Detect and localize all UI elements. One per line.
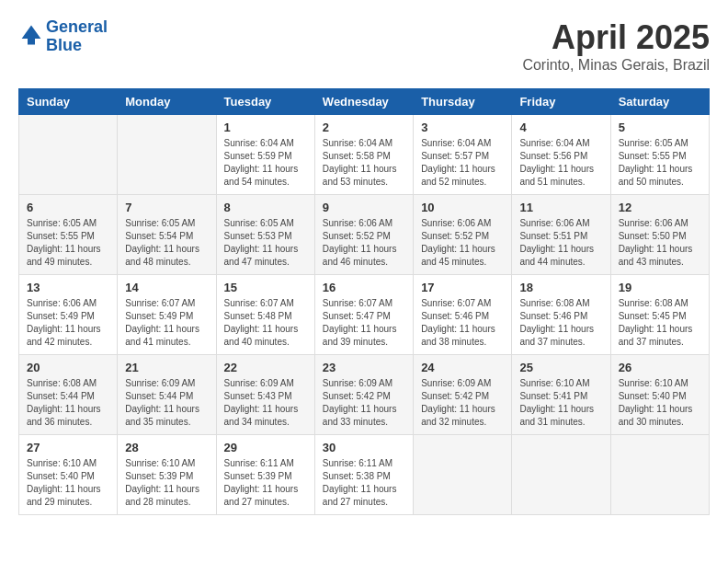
day-number: 8 — [224, 201, 307, 214]
calendar-week-row: 13Sunrise: 6:06 AMSunset: 5:49 PMDayligh… — [19, 275, 710, 355]
day-detail: Sunrise: 6:08 AMSunset: 5:44 PMDaylight:… — [27, 377, 109, 429]
day-detail: Sunrise: 6:04 AMSunset: 5:58 PMDaylight:… — [323, 137, 405, 189]
day-detail: Sunrise: 6:06 AMSunset: 5:49 PMDaylight:… — [27, 297, 109, 349]
title-section: April 2025 Corinto, Minas Gerais, Brazil — [522, 18, 710, 74]
calendar-week-row: 20Sunrise: 6:08 AMSunset: 5:44 PMDayligh… — [19, 355, 710, 435]
calendar-cell: 18Sunrise: 6:08 AMSunset: 5:46 PMDayligh… — [512, 275, 610, 355]
calendar-week-row: 1Sunrise: 6:04 AMSunset: 5:59 PMDaylight… — [19, 115, 710, 195]
calendar-cell: 2Sunrise: 6:04 AMSunset: 5:58 PMDaylight… — [314, 115, 413, 195]
day-detail: Sunrise: 6:07 AMSunset: 5:46 PMDaylight:… — [421, 297, 504, 349]
calendar-cell: 27Sunrise: 6:10 AMSunset: 5:40 PMDayligh… — [19, 435, 118, 515]
day-number: 4 — [519, 121, 602, 134]
calendar-header-row: SundayMondayTuesdayWednesdayThursdayFrid… — [19, 89, 710, 115]
calendar-cell: 8Sunrise: 6:05 AMSunset: 5:53 PMDaylight… — [216, 195, 314, 275]
day-detail: Sunrise: 6:06 AMSunset: 5:52 PMDaylight:… — [323, 217, 405, 269]
day-number: 29 — [224, 441, 307, 454]
logo-icon — [20, 24, 42, 46]
day-detail: Sunrise: 6:06 AMSunset: 5:50 PMDaylight:… — [619, 217, 701, 269]
day-detail: Sunrise: 6:08 AMSunset: 5:45 PMDaylight:… — [619, 297, 701, 349]
calendar-cell: 23Sunrise: 6:09 AMSunset: 5:42 PMDayligh… — [314, 355, 413, 435]
month-title: April 2025 — [522, 18, 710, 57]
day-number: 30 — [323, 441, 405, 454]
calendar-cell — [19, 115, 118, 195]
day-detail: Sunrise: 6:10 AMSunset: 5:39 PMDaylight:… — [125, 457, 208, 509]
day-number: 1 — [224, 121, 307, 134]
day-number: 11 — [519, 201, 602, 214]
calendar-cell — [512, 435, 610, 515]
day-number: 10 — [421, 201, 504, 214]
day-detail: Sunrise: 6:07 AMSunset: 5:47 PMDaylight:… — [323, 297, 405, 349]
calendar-cell: 14Sunrise: 6:07 AMSunset: 5:49 PMDayligh… — [118, 275, 216, 355]
day-number: 16 — [323, 281, 405, 294]
calendar-cell: 24Sunrise: 6:09 AMSunset: 5:42 PMDayligh… — [414, 355, 512, 435]
calendar-cell: 3Sunrise: 6:04 AMSunset: 5:57 PMDaylight… — [414, 115, 512, 195]
calendar-cell — [414, 435, 512, 515]
calendar-cell: 9Sunrise: 6:06 AMSunset: 5:52 PMDaylight… — [314, 195, 413, 275]
svg-marker-0 — [22, 25, 41, 44]
day-number: 18 — [519, 281, 602, 294]
calendar-cell: 7Sunrise: 6:05 AMSunset: 5:54 PMDaylight… — [118, 195, 216, 275]
calendar-cell: 12Sunrise: 6:06 AMSunset: 5:50 PMDayligh… — [610, 195, 709, 275]
day-number: 17 — [421, 281, 504, 294]
day-number: 13 — [27, 281, 109, 294]
day-number: 26 — [619, 361, 701, 374]
calendar-week-row: 6Sunrise: 6:05 AMSunset: 5:55 PMDaylight… — [19, 195, 710, 275]
day-detail: Sunrise: 6:11 AMSunset: 5:39 PMDaylight:… — [224, 457, 307, 509]
day-number: 20 — [27, 361, 109, 374]
logo-line2: Blue — [46, 36, 82, 54]
calendar-cell: 11Sunrise: 6:06 AMSunset: 5:51 PMDayligh… — [512, 195, 610, 275]
logo-line1: General — [46, 17, 108, 36]
col-header-monday: Monday — [118, 89, 216, 115]
day-detail: Sunrise: 6:10 AMSunset: 5:40 PMDaylight:… — [27, 457, 109, 509]
logo: General Blue — [18, 18, 108, 55]
calendar-cell: 15Sunrise: 6:07 AMSunset: 5:48 PMDayligh… — [216, 275, 314, 355]
calendar-cell: 10Sunrise: 6:06 AMSunset: 5:52 PMDayligh… — [414, 195, 512, 275]
day-detail: Sunrise: 6:04 AMSunset: 5:56 PMDaylight:… — [519, 137, 602, 189]
day-detail: Sunrise: 6:09 AMSunset: 5:42 PMDaylight:… — [421, 377, 504, 429]
calendar-cell: 21Sunrise: 6:09 AMSunset: 5:44 PMDayligh… — [118, 355, 216, 435]
day-detail: Sunrise: 6:09 AMSunset: 5:42 PMDaylight:… — [323, 377, 405, 429]
calendar-cell: 16Sunrise: 6:07 AMSunset: 5:47 PMDayligh… — [314, 275, 413, 355]
calendar-cell: 6Sunrise: 6:05 AMSunset: 5:55 PMDaylight… — [19, 195, 118, 275]
day-number: 27 — [27, 441, 109, 454]
col-header-friday: Friday — [512, 89, 610, 115]
calendar-cell: 13Sunrise: 6:06 AMSunset: 5:49 PMDayligh… — [19, 275, 118, 355]
day-number: 15 — [224, 281, 307, 294]
page-header: General Blue April 2025 Corinto, Minas G… — [18, 18, 710, 74]
day-detail: Sunrise: 6:10 AMSunset: 5:41 PMDaylight:… — [519, 377, 602, 429]
day-detail: Sunrise: 6:10 AMSunset: 5:40 PMDaylight:… — [619, 377, 701, 429]
day-detail: Sunrise: 6:09 AMSunset: 5:43 PMDaylight:… — [224, 377, 307, 429]
calendar-cell: 26Sunrise: 6:10 AMSunset: 5:40 PMDayligh… — [610, 355, 709, 435]
col-header-wednesday: Wednesday — [314, 89, 413, 115]
calendar-cell: 29Sunrise: 6:11 AMSunset: 5:39 PMDayligh… — [216, 435, 314, 515]
calendar-cell: 20Sunrise: 6:08 AMSunset: 5:44 PMDayligh… — [19, 355, 118, 435]
day-detail: Sunrise: 6:08 AMSunset: 5:46 PMDaylight:… — [519, 297, 602, 349]
location: Corinto, Minas Gerais, Brazil — [522, 57, 710, 74]
calendar-week-row: 27Sunrise: 6:10 AMSunset: 5:40 PMDayligh… — [19, 435, 710, 515]
calendar-cell — [118, 115, 216, 195]
col-header-tuesday: Tuesday — [216, 89, 314, 115]
day-detail: Sunrise: 6:05 AMSunset: 5:54 PMDaylight:… — [125, 217, 208, 269]
day-number: 24 — [421, 361, 504, 374]
day-detail: Sunrise: 6:06 AMSunset: 5:52 PMDaylight:… — [421, 217, 504, 269]
day-number: 21 — [125, 361, 208, 374]
day-number: 19 — [619, 281, 701, 294]
day-number: 6 — [27, 201, 109, 214]
day-detail: Sunrise: 6:04 AMSunset: 5:57 PMDaylight:… — [421, 137, 504, 189]
day-number: 12 — [619, 201, 701, 214]
calendar-cell: 19Sunrise: 6:08 AMSunset: 5:45 PMDayligh… — [610, 275, 709, 355]
day-detail: Sunrise: 6:07 AMSunset: 5:48 PMDaylight:… — [224, 297, 307, 349]
day-detail: Sunrise: 6:07 AMSunset: 5:49 PMDaylight:… — [125, 297, 208, 349]
logo-text: General Blue — [46, 18, 108, 55]
day-detail: Sunrise: 6:05 AMSunset: 5:55 PMDaylight:… — [619, 137, 701, 189]
calendar-cell: 30Sunrise: 6:11 AMSunset: 5:38 PMDayligh… — [314, 435, 413, 515]
day-number: 25 — [519, 361, 602, 374]
day-number: 28 — [125, 441, 208, 454]
day-number: 14 — [125, 281, 208, 294]
col-header-saturday: Saturday — [610, 89, 709, 115]
day-detail: Sunrise: 6:05 AMSunset: 5:53 PMDaylight:… — [224, 217, 307, 269]
calendar-cell: 25Sunrise: 6:10 AMSunset: 5:41 PMDayligh… — [512, 355, 610, 435]
calendar-cell: 22Sunrise: 6:09 AMSunset: 5:43 PMDayligh… — [216, 355, 314, 435]
day-number: 3 — [421, 121, 504, 134]
calendar-cell: 1Sunrise: 6:04 AMSunset: 5:59 PMDaylight… — [216, 115, 314, 195]
